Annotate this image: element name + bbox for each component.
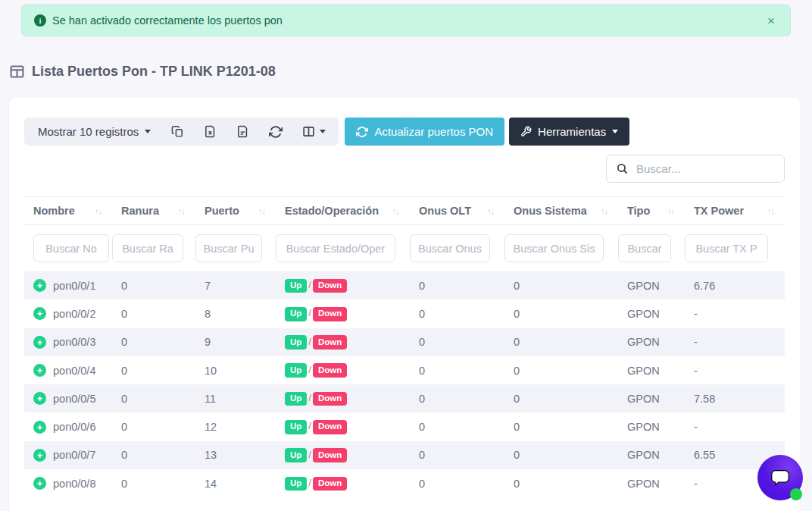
port-name: pon0/0/4 <box>53 365 95 377</box>
status-up-badge: Up <box>285 363 307 378</box>
tx-power-cell: - <box>685 412 785 440</box>
tipo-cell: GPON <box>618 271 685 299</box>
port-name: pon0/0/8 <box>53 478 95 490</box>
column-header-tipo[interactable]: Tipo↑↓ <box>618 197 685 225</box>
search-input[interactable] <box>636 162 775 175</box>
reload-table-button[interactable] <box>259 118 292 146</box>
herramientas-dropdown-button[interactable]: Herramientas <box>509 118 629 146</box>
chat-bubble-icon <box>769 466 792 489</box>
export-excel-button[interactable] <box>194 118 226 146</box>
sort-icon: ↑↓ <box>258 206 268 215</box>
online-status-dot <box>790 488 802 500</box>
onus-sistema-cell: 0 <box>504 356 618 384</box>
alert-close-button[interactable]: × <box>764 13 778 29</box>
estado-separator: / <box>308 420 311 431</box>
estado-separator: / <box>308 336 311 347</box>
sort-icon: ↑↓ <box>767 206 777 215</box>
table-body: +pon0/0/107Up/Down00GPON6.76+pon0/0/208U… <box>24 271 785 497</box>
column-header-tx_power[interactable]: TX Power↑↓ <box>685 197 785 225</box>
alert-message: Se han activado correctamente los puerto… <box>52 14 283 27</box>
table-filter-row <box>24 225 785 272</box>
port-name: pon0/0/1 <box>53 280 95 292</box>
onus-olt-cell: 0 <box>410 271 504 299</box>
table-row: +pon0/0/6012Up/Down00GPON- <box>24 412 785 440</box>
expand-row-button[interactable]: + <box>33 392 46 405</box>
puerto-cell: 10 <box>195 356 276 384</box>
column-label: TX Power <box>694 205 744 217</box>
port-name: pon0/0/6 <box>53 421 95 433</box>
search-box <box>606 155 785 183</box>
status-up-badge: Up <box>285 392 307 406</box>
estado-cell: Up/Down <box>276 299 410 328</box>
filter-input-tipo[interactable] <box>618 234 671 262</box>
chevron-down-icon <box>145 130 151 133</box>
column-header-onus_sistema[interactable]: Onus Sistema↑↓ <box>504 197 618 225</box>
status-down-badge: Down <box>313 477 347 491</box>
tipo-cell: GPON <box>618 356 685 384</box>
tx-power-cell: 6.76 <box>685 271 785 299</box>
sort-icon: ↑↓ <box>601 206 611 215</box>
export-file-button[interactable] <box>226 118 259 146</box>
tx-power-cell: - <box>685 356 785 384</box>
sort-icon: ↑↓ <box>487 206 497 215</box>
ranura-cell: 0 <box>112 469 195 497</box>
filter-input-onus_olt[interactable] <box>410 234 490 262</box>
show-entries-dropdown[interactable]: Mostrar 10 registros <box>27 118 161 146</box>
expand-row-button[interactable]: + <box>33 364 46 377</box>
expand-row-button[interactable]: + <box>33 477 46 490</box>
column-header-ranura[interactable]: Ranura↑↓ <box>112 197 195 225</box>
expand-row-button[interactable]: + <box>33 279 46 292</box>
tipo-cell: GPON <box>618 328 685 356</box>
table-row: +pon0/0/4010Up/Down00GPON- <box>24 356 785 384</box>
actualizar-puertos-button[interactable]: Actualizar puertos PON <box>345 118 504 146</box>
pon-ports-card: Mostrar 10 registros <box>9 98 800 511</box>
info-icon: i <box>34 14 46 27</box>
filter-input-tx_power[interactable] <box>685 234 768 262</box>
ranura-cell: 0 <box>112 299 195 328</box>
chevron-down-icon <box>612 130 618 133</box>
column-label: Onus OLT <box>419 205 471 217</box>
ranura-cell: 0 <box>112 441 195 469</box>
column-header-puerto[interactable]: Puerto↑↓ <box>195 197 276 225</box>
ranura-cell: 0 <box>112 328 195 356</box>
expand-row-button[interactable]: + <box>33 336 46 349</box>
filter-input-name[interactable] <box>33 234 109 262</box>
sort-icon: ↑↓ <box>392 206 402 215</box>
filter-input-puerto[interactable] <box>195 234 262 262</box>
chat-launcher-button[interactable] <box>757 455 803 500</box>
tx-power-cell: - <box>685 328 785 356</box>
column-header-estado[interactable]: Estado/Operación↑↓ <box>276 197 410 225</box>
column-visibility-button[interactable] <box>292 118 336 146</box>
onus-olt-cell: 0 <box>410 299 504 328</box>
puerto-cell: 14 <box>195 469 276 497</box>
estado-cell: Up/Down <box>276 356 410 384</box>
status-up-badge: Up <box>285 307 307 321</box>
copy-button[interactable] <box>161 118 194 146</box>
onus-olt-cell: 0 <box>410 441 504 469</box>
search-icon <box>616 162 629 175</box>
expand-row-button[interactable]: + <box>33 449 46 462</box>
filter-input-ranura[interactable] <box>112 234 183 262</box>
filter-input-onus_sistema[interactable] <box>504 234 604 262</box>
estado-cell: Up/Down <box>276 328 410 356</box>
ranura-cell: 0 <box>112 384 195 412</box>
table-row: +pon0/0/107Up/Down00GPON6.76 <box>24 271 785 299</box>
expand-row-button[interactable]: + <box>33 307 46 320</box>
puerto-cell: 8 <box>195 299 276 328</box>
tx-power-cell: - <box>685 299 785 328</box>
status-down-badge: Down <box>313 420 347 434</box>
column-header-name[interactable]: Nombre↑↓ <box>24 197 112 225</box>
estado-separator: / <box>308 364 311 375</box>
filter-input-estado[interactable] <box>276 234 395 262</box>
copy-icon <box>171 125 184 138</box>
onus-sistema-cell: 0 <box>504 441 618 469</box>
page-title: Lista Puertos Pon - TP LINK P1201-08 <box>9 64 812 80</box>
sort-icon: ↑↓ <box>178 206 188 215</box>
tipo-cell: GPON <box>618 299 685 328</box>
expand-row-button[interactable]: + <box>33 421 46 434</box>
wrench-icon <box>520 126 532 137</box>
table-row: +pon0/0/309Up/Down00GPON- <box>24 328 785 356</box>
status-up-badge: Up <box>285 448 307 462</box>
column-header-onus_olt[interactable]: Onus OLT↑↓ <box>410 197 504 225</box>
success-alert: i Se han activado correctamente los puer… <box>21 5 791 36</box>
